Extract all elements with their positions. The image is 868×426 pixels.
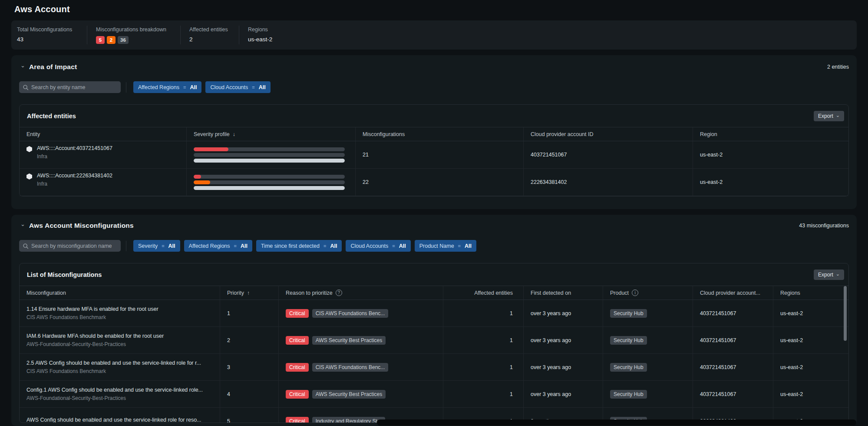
entity-type: Infra (37, 153, 112, 160)
misconfiguration-name: 1.14 Ensure hardware MFA is enabled for … (26, 306, 158, 312)
filter-name: Cloud Accounts (350, 243, 388, 249)
filter-value: All (190, 84, 197, 90)
critical-count-badge: 5 (96, 36, 105, 44)
misconfiguration-filters: Severity = All Affected Regions = All Ti… (133, 240, 476, 252)
horizontal-scrollbar[interactable] (377, 419, 856, 426)
filter-pill[interactable]: Product Name = All (415, 240, 476, 252)
entity-search-input[interactable] (31, 84, 117, 90)
misconfiguration-row[interactable]: 2.5 AWS Config should be enabled and use… (20, 354, 848, 381)
priority-value: 1 (220, 300, 278, 326)
column-header-priority[interactable]: Priority ↑ (220, 286, 278, 300)
filter-name: Severity (138, 243, 158, 249)
column-header-misconfigurations[interactable]: Misconfigurations (355, 127, 523, 141)
search-icon (23, 243, 29, 249)
column-header-account-id[interactable]: Cloud provider account ID (523, 127, 693, 141)
vertical-scrollbar-thumb[interactable] (844, 286, 847, 341)
info-bar (194, 159, 345, 163)
help-icon[interactable]: ? (336, 290, 342, 296)
export-label: Export (818, 113, 833, 119)
filter-name: Cloud Accounts (210, 84, 248, 90)
column-header-misconfiguration[interactable]: Misconfiguration (20, 286, 220, 300)
table-header-row: Misconfiguration Priority ↑ Reason to pr… (20, 286, 848, 300)
collapse-chevron-icon[interactable]: ⌄ (20, 223, 25, 226)
export-button[interactable]: Export ⌄ (814, 270, 844, 280)
entity-type: Infra (37, 181, 112, 187)
misconfiguration-name: IAM.6 Hardware MFA should be enabled for… (26, 333, 164, 339)
info-icon[interactable]: i (632, 290, 638, 296)
stat-value: us-east-2 (248, 36, 272, 43)
column-header-entity[interactable]: Entity (20, 127, 186, 141)
critical-bar (194, 147, 228, 151)
filter-pill[interactable]: Severity = All (133, 240, 180, 252)
export-button[interactable]: Export ⌄ (814, 111, 844, 121)
misconfigurations-card: List of Misconfigurations Export ⌄ Misco… (19, 263, 849, 423)
misconfiguration-row[interactable]: 1.14 Ensure hardware MFA is enabled for … (20, 300, 848, 327)
regions-value: us-east-2 (773, 381, 848, 407)
filter-pill[interactable]: Affected Regions = All (184, 240, 252, 252)
regions-value: us-east-2 (773, 327, 848, 353)
product-cell: Security Hub (603, 354, 693, 380)
filter-value: All (259, 84, 266, 90)
filter-pill[interactable]: Time since first detected = All (256, 240, 342, 252)
entity-search[interactable] (19, 81, 121, 93)
entity-name: AWS::::Account:403721451067 (37, 145, 112, 151)
affected-entities-value: 1 (443, 327, 523, 353)
affected-entities-card: Affected entities Export ⌄ Entity Severi… (19, 104, 849, 196)
column-header-affected-entities[interactable]: Affected entities (443, 286, 523, 300)
reason-chip: AWS Security Best Practices (312, 390, 386, 399)
sort-desc-icon: ↓ (233, 131, 235, 137)
sort-asc-icon: ↑ (247, 290, 250, 296)
entity-row[interactable]: AWS::::Account:222634381402 Infra 22 222… (20, 169, 848, 196)
stat-label: Affected entities (189, 27, 228, 33)
filter-value: All (465, 243, 472, 249)
entity-hexagon-icon (26, 146, 32, 152)
first-detected-value: over 3 years ago (523, 300, 603, 326)
reason-cell: Critical CIS AWS Foundations Benc... (278, 354, 443, 380)
column-header-reason[interactable]: Reason to prioritize ? (278, 286, 443, 300)
account-value: 403721451067 (693, 381, 773, 407)
severity-badge: Critical (286, 336, 309, 345)
misconfiguration-row[interactable]: Config.1 AWS Config should be enabled an… (20, 381, 848, 408)
misconfiguration-name: Config.1 AWS Config should be enabled an… (26, 387, 203, 393)
reason-chip: CIS AWS Foundations Benc... (312, 363, 389, 372)
entity-cell[interactable]: AWS::::Account:222634381402 Infra (20, 169, 186, 196)
filter-pill[interactable]: Cloud Accounts = All (346, 240, 410, 252)
critical-bar (194, 175, 201, 179)
export-label: Export (818, 272, 833, 278)
column-label: Priority (227, 290, 244, 296)
chevron-down-icon: ⌄ (836, 273, 840, 275)
severity-badges: 5 2 36 (96, 36, 170, 44)
entity-row[interactable]: AWS::::Account:403721451067 Infra 21 403… (20, 141, 848, 169)
column-header-region[interactable]: Region (693, 127, 848, 141)
reason-chip: Industry and Regulatory St... (312, 417, 385, 423)
column-header-first-detected[interactable]: First detected on (523, 286, 603, 300)
column-header-product[interactable]: Product i (603, 286, 693, 300)
column-header-account[interactable]: Cloud provider account... (693, 286, 773, 300)
entities-count: 2 entities (827, 64, 849, 70)
high-count-badge: 2 (107, 36, 116, 44)
misconfiguration-row[interactable]: IAM.6 Hardware MFA should be enabled for… (20, 327, 848, 354)
column-header-severity-profile[interactable]: Severity profile ↓ (186, 127, 355, 141)
search-icon (23, 84, 29, 90)
filter-value: All (330, 243, 337, 249)
framework-name: CIS AWS Foundations Benchmark (26, 368, 201, 374)
entity-hexagon-icon (26, 173, 32, 180)
misconfiguration-search[interactable] (19, 240, 121, 252)
filter-operator: = (183, 85, 186, 90)
entity-cell[interactable]: AWS::::Account:403721451067 Infra (20, 141, 186, 168)
page-title: Aws Account (0, 0, 868, 14)
filter-name: Product Name (419, 243, 454, 249)
column-header-regions[interactable]: Regions (773, 286, 848, 300)
affected-entities-value: 1 (443, 354, 523, 380)
reason-cell: Critical AWS Security Best Practices (278, 381, 443, 407)
filter-name: Time since first detected (261, 243, 320, 249)
table-title: Affected entities (27, 113, 76, 120)
misconfiguration-search-input[interactable] (31, 243, 117, 249)
filter-pill[interactable]: Affected Regions = All (133, 81, 201, 93)
priority-value: 3 (220, 354, 278, 380)
misconfiguration-name: AWS Config should be enabled and use the… (26, 417, 201, 423)
collapse-chevron-icon[interactable]: ⌄ (20, 64, 25, 67)
filter-pill[interactable]: Cloud Accounts = All (205, 81, 270, 93)
filter-operator: = (458, 243, 461, 249)
account-value: 403721451067 (693, 354, 773, 380)
